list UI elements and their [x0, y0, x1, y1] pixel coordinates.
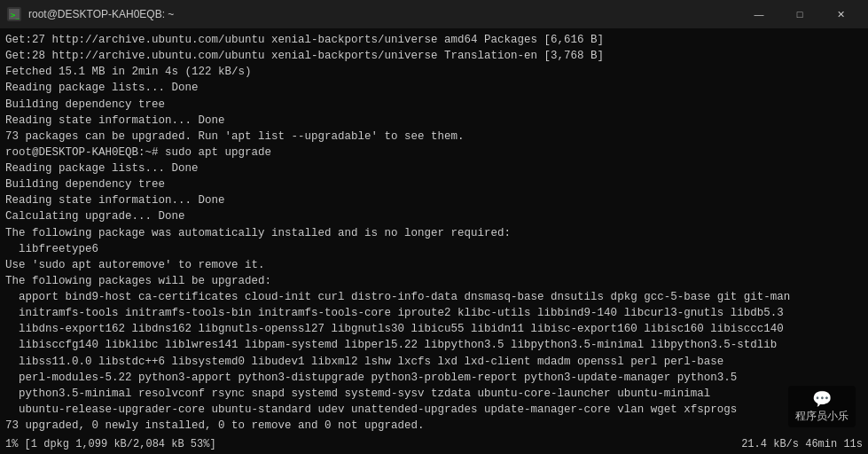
- terminal-icon: >_: [7, 7, 21, 21]
- window-title: root@DESKTOP-KAH0EQB: ~: [28, 8, 174, 20]
- svg-text:>_: >_: [11, 11, 20, 20]
- title-bar: >_ root@DESKTOP-KAH0EQB: ~ — □ ✕: [0, 0, 868, 28]
- terminal-output[interactable]: Get:27 http://archive.ubuntu.com/ubuntu …: [0, 28, 868, 434]
- watermark-text: 程序员小乐: [795, 409, 848, 424]
- window-controls: — □ ✕: [739, 0, 861, 28]
- minimize-button[interactable]: —: [739, 0, 779, 28]
- speed-status: 21.4 kB/s 46min 11s: [741, 438, 863, 450]
- watermark: 💬 程序员小乐: [788, 386, 856, 427]
- progress-status: 1% [1 dpkg 1,099 kB/2,084 kB 53%]: [5, 438, 741, 450]
- wechat-icon: 💬: [812, 389, 832, 409]
- maximize-button[interactable]: □: [779, 0, 820, 28]
- terminal-window: >_ root@DESKTOP-KAH0EQB: ~ — □ ✕ Get:27 …: [0, 0, 868, 454]
- close-button[interactable]: ✕: [820, 0, 861, 28]
- title-bar-left: >_ root@DESKTOP-KAH0EQB: ~: [7, 7, 174, 21]
- status-bar: 1% [1 dpkg 1,099 kB/2,084 kB 53%] 21.4 k…: [0, 434, 868, 454]
